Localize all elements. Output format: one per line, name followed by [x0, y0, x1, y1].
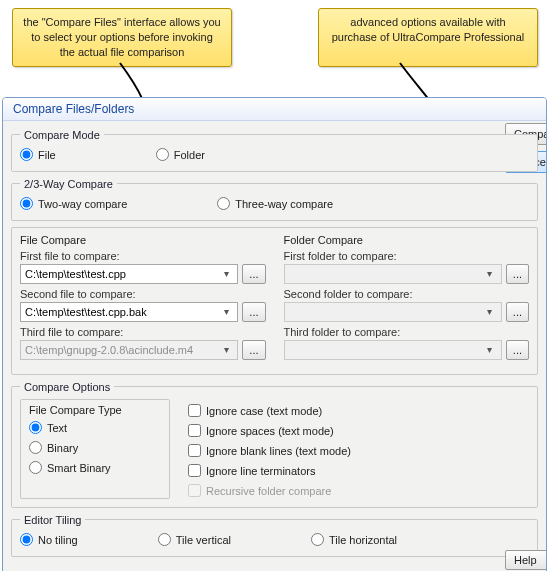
radio-no-tiling[interactable]: No tiling — [20, 532, 78, 548]
third-folder-browse[interactable]: ... — [506, 340, 529, 360]
check-ignore-spaces[interactable]: Ignore spaces (text mode) — [188, 423, 529, 439]
ignore-options: Ignore case (text mode) Ignore spaces (t… — [188, 399, 529, 499]
radio-smart-binary-label: Smart Binary — [47, 460, 111, 476]
check-ignore-term-label: Ignore line terminators — [206, 463, 315, 479]
editor-tiling-legend: Editor Tiling — [20, 514, 85, 526]
radio-tile-horizontal-input[interactable] — [311, 533, 324, 546]
radio-three-way-input[interactable] — [217, 197, 230, 210]
file-compare-type-box: File Compare Type Text Binary Smart B — [20, 399, 170, 499]
radio-file-label: File — [38, 147, 56, 163]
paths-group: File Compare First file to compare: C:\t… — [11, 227, 538, 375]
check-ignore-term[interactable]: Ignore line terminators — [188, 463, 529, 479]
chevron-down-icon: ▾ — [483, 268, 497, 279]
folder-compare-title: Folder Compare — [284, 234, 530, 246]
file-compare-title: File Compare — [20, 234, 266, 246]
check-ignore-case-label: Ignore case (text mode) — [206, 403, 322, 419]
first-file-value: C:\temp\test\test.cpp — [25, 268, 126, 280]
way-compare-group: 2/3-Way Compare Two-way compare Three-wa… — [11, 178, 538, 221]
third-file-label: Third file to compare: — [20, 326, 266, 338]
compare-mode-legend: Compare Mode — [20, 129, 104, 141]
radio-tile-horizontal[interactable]: Tile horizontal — [311, 532, 397, 548]
third-folder-combo: ▾ — [284, 340, 502, 360]
first-file-combo[interactable]: C:\temp\test\test.cpp ▾ — [20, 264, 238, 284]
check-ignore-term-input[interactable] — [188, 464, 201, 477]
first-file-browse[interactable]: ... — [242, 264, 265, 284]
first-folder-combo: ▾ — [284, 264, 502, 284]
third-file-browse[interactable]: ... — [242, 340, 265, 360]
radio-smart-binary[interactable]: Smart Binary — [29, 460, 161, 476]
check-recursive-input — [188, 484, 201, 497]
callout-right: advanced options available with purchase… — [318, 8, 538, 67]
help-button[interactable]: Help — [505, 550, 547, 570]
radio-tile-vertical-input[interactable] — [158, 533, 171, 546]
chevron-down-icon: ▾ — [483, 306, 497, 317]
compare-mode-group: Compare Mode File Folder — [11, 129, 538, 172]
third-folder-label: Third folder to compare: — [284, 326, 530, 338]
second-file-combo[interactable]: C:\temp\test\test.cpp.bak ▾ — [20, 302, 238, 322]
radio-two-way-label: Two-way compare — [38, 196, 127, 212]
radio-no-tiling-label: No tiling — [38, 532, 78, 548]
check-recursive: Recursive folder compare — [188, 483, 529, 499]
file-compare-col: File Compare First file to compare: C:\t… — [20, 234, 266, 364]
compare-options-legend: Compare Options — [20, 381, 114, 393]
check-ignore-spaces-input[interactable] — [188, 424, 201, 437]
check-recursive-label: Recursive folder compare — [206, 483, 331, 499]
radio-two-way-input[interactable] — [20, 197, 33, 210]
radio-three-way[interactable]: Three-way compare — [217, 196, 333, 212]
radio-folder[interactable]: Folder — [156, 147, 205, 163]
third-file-combo: C:\temp\gnupg-2.0.8\acinclude.m4 ▾ — [20, 340, 238, 360]
callout-left: the "Compare Files" interface allows you… — [12, 8, 232, 67]
compare-dialog: Compare Files/Folders Compare Cancel Com… — [2, 97, 547, 571]
second-file-label: Second file to compare: — [20, 288, 266, 300]
radio-tile-vertical-label: Tile vertical — [176, 532, 231, 548]
second-file-browse[interactable]: ... — [242, 302, 265, 322]
second-folder-label: Second folder to compare: — [284, 288, 530, 300]
radio-no-tiling-input[interactable] — [20, 533, 33, 546]
radio-binary-input[interactable] — [29, 441, 42, 454]
dialog-title: Compare Files/Folders — [3, 98, 546, 121]
check-ignore-blank-input[interactable] — [188, 444, 201, 457]
radio-file-input[interactable] — [20, 148, 33, 161]
first-file-label: First file to compare: — [20, 250, 266, 262]
radio-text[interactable]: Text — [29, 420, 161, 436]
editor-tiling-group: Editor Tiling No tiling Tile vertical Ti… — [11, 514, 538, 557]
file-compare-type-legend: File Compare Type — [29, 404, 161, 416]
check-ignore-blank-label: Ignore blank lines (text mode) — [206, 443, 351, 459]
way-compare-legend: 2/3-Way Compare — [20, 178, 117, 190]
radio-tile-horizontal-label: Tile horizontal — [329, 532, 397, 548]
second-file-value: C:\temp\test\test.cpp.bak — [25, 306, 147, 318]
third-file-value: C:\temp\gnupg-2.0.8\acinclude.m4 — [25, 344, 193, 356]
check-ignore-case[interactable]: Ignore case (text mode) — [188, 403, 529, 419]
folder-compare-col: Folder Compare First folder to compare: … — [284, 234, 530, 364]
check-ignore-blank[interactable]: Ignore blank lines (text mode) — [188, 443, 529, 459]
radio-three-way-label: Three-way compare — [235, 196, 333, 212]
chevron-down-icon: ▾ — [219, 344, 233, 355]
radio-binary[interactable]: Binary — [29, 440, 161, 456]
radio-file[interactable]: File — [20, 147, 56, 163]
radio-binary-label: Binary — [47, 440, 78, 456]
chevron-down-icon: ▾ — [219, 306, 233, 317]
compare-options-group: Compare Options File Compare Type Text B… — [11, 381, 538, 508]
radio-two-way[interactable]: Two-way compare — [20, 196, 127, 212]
chevron-down-icon: ▾ — [219, 268, 233, 279]
radio-text-input[interactable] — [29, 421, 42, 434]
radio-folder-label: Folder — [174, 147, 205, 163]
first-folder-browse[interactable]: ... — [506, 264, 529, 284]
check-ignore-case-input[interactable] — [188, 404, 201, 417]
check-ignore-spaces-label: Ignore spaces (text mode) — [206, 423, 334, 439]
first-folder-label: First folder to compare: — [284, 250, 530, 262]
radio-smart-binary-input[interactable] — [29, 461, 42, 474]
second-folder-combo: ▾ — [284, 302, 502, 322]
radio-folder-input[interactable] — [156, 148, 169, 161]
second-folder-browse[interactable]: ... — [506, 302, 529, 322]
radio-tile-vertical[interactable]: Tile vertical — [158, 532, 231, 548]
radio-text-label: Text — [47, 420, 67, 436]
chevron-down-icon: ▾ — [483, 344, 497, 355]
